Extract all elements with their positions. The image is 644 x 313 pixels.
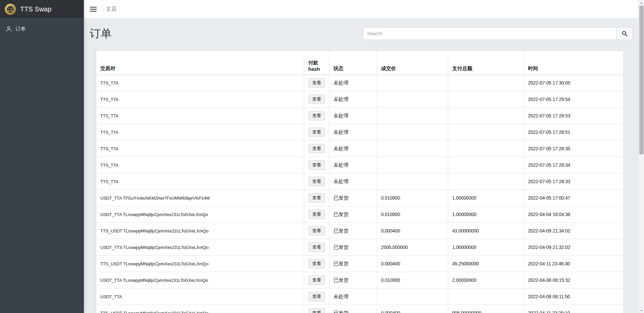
table-row: TTS_USDT TLnowpyMNq8jcCjvmXex231LToGXeLX… <box>96 305 624 313</box>
total-cell: 1.00000000 <box>448 206 524 223</box>
hash-cell: 查看 <box>304 190 329 206</box>
orders-table-card: 交易对付款 hash状态成交价支付总额时间 TTS_TTA查看未处理2022-0… <box>96 50 623 313</box>
total-cell: 2.00000000 <box>448 272 524 289</box>
scrollbar-up-arrow-icon[interactable]: ▲ <box>639 0 644 5</box>
view-hash-button[interactable]: 查看 <box>308 127 325 137</box>
table-body: TTS_TTA查看未处理2022-07-05 17:30:05TTS_TTA查看… <box>96 75 624 313</box>
search-button[interactable] <box>616 27 633 40</box>
pair-cell: USDT_TTA TFGuYxnboNKM2hwr7FvUMW93bprVfxF… <box>96 190 304 206</box>
view-hash-button[interactable]: 查看 <box>308 177 325 186</box>
pair-cell: TTS_TTA <box>96 157 304 173</box>
price-cell: 2500.000000 <box>377 239 448 256</box>
hash-cell: 查看 <box>304 256 329 272</box>
time-cell: 2022-04-08 08:15:32 <box>524 272 624 289</box>
content-header: 订单 <box>90 27 633 40</box>
pair-cell: TTS_USDT TLnowpyMNq8jcCjvmXex231LToGXeLX… <box>96 305 304 313</box>
table-row: TTS_TTA查看未处理2022-07-05 17:30:05 <box>96 75 624 91</box>
scrollbar-down-arrow-icon[interactable]: ▼ <box>639 308 644 313</box>
hash-cell: 查看 <box>304 108 329 124</box>
price-cell <box>377 157 448 173</box>
view-hash-button[interactable]: 查看 <box>308 144 325 153</box>
time-cell: 2022-07-05 17:28:33 <box>524 173 624 190</box>
table-head: 交易对付款 hash状态成交价支付总额时间 <box>96 51 624 75</box>
pair-cell: TTS_TTA <box>96 91 304 108</box>
view-hash-button[interactable]: 查看 <box>308 226 325 236</box>
table-row: TTS_TTA查看未处理2022-07-05 17:28:53 <box>96 108 624 124</box>
pair-cell: TTS_TTA <box>96 124 304 141</box>
view-hash-button[interactable]: 查看 <box>308 243 325 252</box>
nav-home-link[interactable]: 主页 <box>106 6 117 13</box>
time-cell: 2022-04-09 21:34:02 <box>524 223 624 239</box>
scrollbar-thumb[interactable] <box>639 6 644 154</box>
table-row: USDT_TTA查看未处理2022-04-08 08:11:50 <box>96 289 624 305</box>
time-cell: 2022-04-11 23:29:10 <box>524 305 624 313</box>
price-cell <box>377 108 448 124</box>
price-cell <box>377 173 448 190</box>
brand-link[interactable]: TTS SWAP TTS Swap <box>0 0 84 19</box>
hamburger-menu-icon[interactable] <box>90 6 97 13</box>
column-header-6: 时间 <box>524 51 624 75</box>
hash-cell: 查看 <box>304 239 329 256</box>
content-area: 订单 <box>84 19 638 313</box>
sidebar-item-orders[interactable]: 订单 <box>3 22 81 36</box>
time-cell: 2022-07-05 17:29:54 <box>524 91 624 108</box>
status-cell: 未处理 <box>329 289 377 305</box>
time-cell: 2022-07-05 17:28:53 <box>524 108 624 124</box>
view-hash-button[interactable]: 查看 <box>308 275 325 285</box>
status-cell: 未处理 <box>329 75 377 91</box>
status-cell: 已发货 <box>329 190 377 206</box>
view-hash-button[interactable]: 查看 <box>308 210 325 219</box>
total-cell <box>448 75 524 91</box>
price-cell: 0.000400 <box>377 223 448 239</box>
hash-cell: 查看 <box>304 75 329 91</box>
hash-cell: 查看 <box>304 206 329 223</box>
time-cell: 2022-07-05 17:28:51 <box>524 124 624 141</box>
search-input[interactable] <box>363 27 616 40</box>
price-cell <box>377 91 448 108</box>
pair-cell: TTS_TTA <box>96 75 304 91</box>
hash-cell: 查看 <box>304 289 329 305</box>
orders-table: 交易对付款 hash状态成交价支付总额时间 TTS_TTA查看未处理2022-0… <box>96 50 624 313</box>
pair-cell: USDT_TTA <box>96 289 304 305</box>
pair-cell: TTS_USDT TLnowpyMNq8jcCjvmXex231LToGXeLX… <box>96 256 304 272</box>
view-hash-button[interactable]: 查看 <box>308 78 325 88</box>
hash-cell: 查看 <box>304 124 329 141</box>
total-cell <box>448 141 524 157</box>
view-hash-button[interactable]: 查看 <box>308 193 325 203</box>
brand-title: TTS Swap <box>20 5 51 13</box>
time-cell: 2022-04-09 21:32:02 <box>524 239 624 256</box>
table-row: USDT_TTA TLnowpyMNq8jcCjvmXex231LToGXeLX… <box>96 206 624 223</box>
time-cell: 2022-07-05 17:28:34 <box>524 157 624 173</box>
user-icon <box>5 25 12 32</box>
status-cell: 未处理 <box>329 173 377 190</box>
sidebar-menu: 订单 <box>0 19 84 39</box>
status-cell: 已发货 <box>329 272 377 289</box>
hash-cell: 查看 <box>304 157 329 173</box>
time-cell: 2022-04-05 17:00:47 <box>524 190 624 206</box>
total-cell: 1.00000000 <box>448 239 524 256</box>
view-hash-button[interactable]: 查看 <box>308 95 325 104</box>
time-cell: 2022-07-05 17:28:35 <box>524 141 624 157</box>
view-hash-button[interactable]: 查看 <box>308 111 325 120</box>
pair-cell: USDT_TTS TLnowpyMNq8jcCjvmXex231LToGXeLX… <box>96 239 304 256</box>
pair-cell: TTS_TTA <box>96 141 304 157</box>
table-row: TTS_TTA查看未处理2022-07-05 17:28:51 <box>96 124 624 141</box>
column-header-2: 付款 hash <box>304 51 329 75</box>
table-row: TTS_TTA查看未处理2022-07-05 17:28:34 <box>96 157 624 173</box>
total-cell <box>448 289 524 305</box>
main-area: 主页 订单 <box>84 0 638 313</box>
view-hash-button[interactable]: 查看 <box>308 160 325 170</box>
view-hash-button[interactable]: 查看 <box>308 259 325 268</box>
price-cell: 0.010000 <box>377 190 448 206</box>
table-row: TTS_TTA查看未处理2022-07-05 17:28:33 <box>96 173 624 190</box>
status-cell: 未处理 <box>329 157 377 173</box>
view-hash-button[interactable]: 查看 <box>308 308 325 313</box>
hash-cell: 查看 <box>304 91 329 108</box>
price-cell <box>377 289 448 305</box>
status-cell: 未处理 <box>329 91 377 108</box>
time-cell: 2022-04-04 16:04:38 <box>524 206 624 223</box>
page-scrollbar[interactable]: ▲ ▼ <box>638 0 644 313</box>
view-hash-button[interactable]: 查看 <box>308 292 325 301</box>
column-header-1: 交易对 <box>96 51 304 75</box>
column-header-5: 支付总额 <box>448 51 524 75</box>
